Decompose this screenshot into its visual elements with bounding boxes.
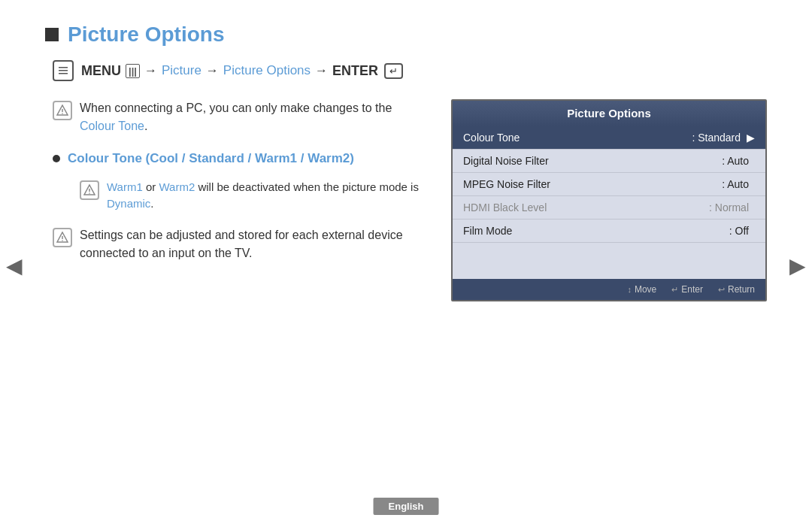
title-square-icon <box>45 28 59 41</box>
note-text-2: Settings can be adjusted and stored for … <box>80 226 421 262</box>
nav-arrow-right[interactable]: ▶ <box>789 253 806 277</box>
menu-path-row: MENU ||| → Picture → Picture Options → E… <box>53 60 767 81</box>
tv-row-digital-noise[interactable]: Digital Noise Filter : Auto <box>453 150 765 173</box>
tv-row-mpeg-noise[interactable]: MPEG Noise Filter : Auto <box>453 173 765 196</box>
enter-label: ENTER <box>332 63 378 79</box>
tv-row-spacer <box>453 243 765 252</box>
note-icon-2 <box>53 228 72 247</box>
tv-footer-move: ↕ Move <box>627 284 656 295</box>
tv-row-value-4: : Off <box>729 225 749 237</box>
note-text-1: When connecting a PC, you can only make … <box>80 99 421 135</box>
svg-rect-0 <box>59 67 68 68</box>
menu-icon <box>53 60 74 81</box>
page-title: Picture Options <box>68 23 224 47</box>
language-label: English <box>389 501 424 512</box>
return-label: Return <box>728 284 755 295</box>
right-column: Picture Options Colour Tone : Standard ▶… <box>451 99 767 301</box>
move-label: Move <box>635 284 656 295</box>
menu-arrow2: → <box>206 63 219 78</box>
tv-row-hdmi-black: HDMI Black Level : Normal <box>453 196 765 220</box>
enter-footer-label: Enter <box>681 284 703 295</box>
enter-icon: ↵ <box>384 63 403 79</box>
svg-rect-2 <box>59 73 68 74</box>
svg-rect-1 <box>59 70 68 71</box>
tv-ui: Picture Options Colour Tone : Standard ▶… <box>451 99 767 301</box>
left-column: When connecting a PC, you can only make … <box>45 99 421 276</box>
menu-arrow1: → <box>144 63 157 78</box>
move-icon: ↕ <box>627 285 632 294</box>
sub-note-text-1: Warm1 or Warm2 will be deactivated when … <box>107 179 421 213</box>
svg-point-8 <box>62 240 63 241</box>
tv-row-colour-tone[interactable]: Colour Tone : Standard ▶ <box>453 126 765 150</box>
colour-tone-link: Colour Tone <box>80 120 144 132</box>
menu-label: MENU <box>81 63 121 79</box>
tv-row-value-0: : Standard <box>692 132 741 144</box>
tv-footer-enter: ↵ Enter <box>671 284 703 295</box>
tv-row-label-3: HDMI Black Level <box>463 201 709 214</box>
tv-row-label-0: Colour Tone <box>463 132 692 144</box>
tv-row-spacer-4 <box>453 270 765 279</box>
tv-footer-return: ↩ Return <box>718 284 755 295</box>
nav-arrow-left[interactable]: ◀ <box>6 253 23 277</box>
page-title-row: Picture Options <box>45 23 767 47</box>
tv-body: Colour Tone : Standard ▶ Digital Noise F… <box>453 126 765 279</box>
sub-note-1: Warm1 or Warm2 will be deactivated when … <box>80 179 421 213</box>
tv-row-film-mode[interactable]: Film Mode : Off <box>453 220 765 243</box>
main-content: When connecting a PC, you can only make … <box>45 99 767 301</box>
menu-path-picture: Picture <box>162 63 201 78</box>
bullet-text-1: Colour Tone (Cool / Standard / Warm1 / W… <box>68 149 354 168</box>
svg-point-6 <box>89 192 90 194</box>
tv-row-label-1: Digital Noise Filter <box>463 155 722 167</box>
tv-header: Picture Options <box>453 101 765 126</box>
tv-footer: ↕ Move ↵ Enter ↩ Return <box>453 279 765 300</box>
tv-header-title: Picture Options <box>567 107 651 120</box>
tv-row-spacer-2 <box>453 252 765 261</box>
menu-arrow3: → <box>315 63 328 78</box>
menu-path-picture-options: Picture Options <box>223 63 311 78</box>
return-icon: ↩ <box>718 285 725 295</box>
menu-symbol: ||| <box>126 64 140 78</box>
svg-point-4 <box>62 113 63 114</box>
language-bar: English <box>374 498 439 515</box>
bullet-dot <box>53 155 60 162</box>
bullet-row-1: Colour Tone (Cool / Standard / Warm1 / W… <box>53 149 421 168</box>
note-row-1: When connecting a PC, you can only make … <box>53 99 421 135</box>
tv-row-value-3: : Normal <box>709 201 749 214</box>
tv-row-arrow-0: ▶ <box>747 132 755 144</box>
tv-row-value-1: : Auto <box>722 155 749 167</box>
tv-row-spacer-3 <box>453 261 765 270</box>
note-icon-1 <box>53 101 72 120</box>
note-row-2: Settings can be adjusted and stored for … <box>53 226 421 262</box>
tv-row-label-2: MPEG Noise Filter <box>463 178 722 190</box>
page-container: Picture Options MENU ||| → Picture → Pic… <box>0 0 812 530</box>
enter-footer-icon: ↵ <box>671 285 678 295</box>
note-icon-sub <box>80 180 99 200</box>
sub-note-row: Warm1 or Warm2 will be deactivated when … <box>80 179 421 213</box>
tv-row-label-4: Film Mode <box>463 225 729 237</box>
tv-row-value-2: : Auto <box>722 178 749 190</box>
